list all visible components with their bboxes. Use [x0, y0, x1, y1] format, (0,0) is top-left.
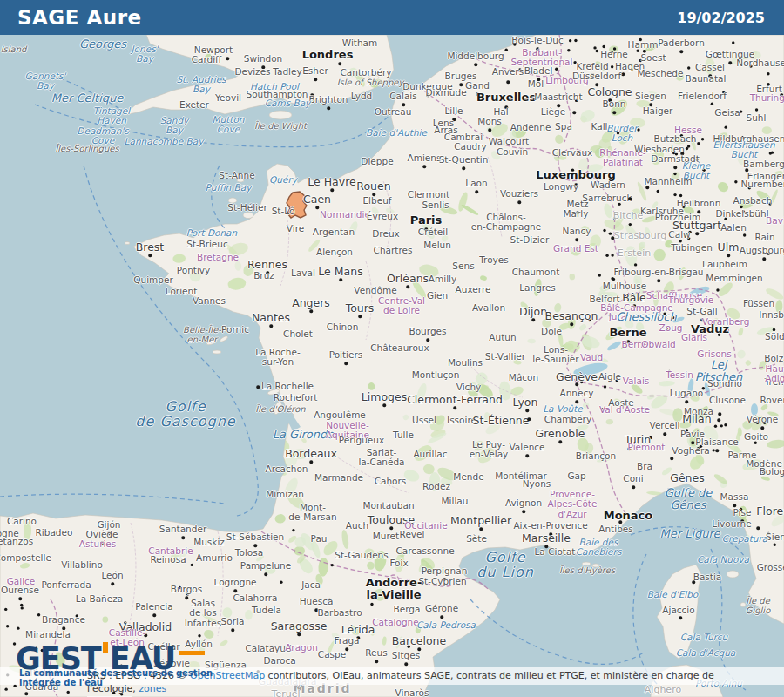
city-dot — [755, 108, 758, 111]
city-dot — [575, 99, 578, 102]
island-jersey — [243, 213, 253, 219]
logo-apostrophe-icon — [103, 642, 108, 653]
city-dot — [716, 288, 719, 291]
city-dot — [605, 92, 607, 95]
city-dot — [616, 379, 618, 382]
city-dot — [611, 254, 613, 256]
island-guernsey — [228, 198, 237, 203]
city-dot — [701, 138, 704, 140]
city-dot — [596, 50, 598, 52]
city-dot — [186, 592, 189, 595]
city-dot — [686, 147, 688, 150]
city-dot — [673, 173, 676, 175]
city-dot — [743, 453, 746, 456]
city-dot — [741, 136, 744, 139]
city-dot — [124, 621, 126, 624]
basemap — [0, 0, 784, 697]
city-dot — [767, 83, 769, 85]
sage-aure-area[interactable] — [287, 192, 307, 218]
city-dot — [505, 49, 508, 51]
city-dot — [725, 125, 727, 128]
city-dot — [768, 202, 771, 205]
city-dot — [124, 629, 126, 632]
city-dot — [649, 436, 652, 439]
island-ouessant — [125, 242, 130, 245]
city-dot — [613, 217, 616, 220]
city-dot — [518, 68, 521, 71]
city-dot — [408, 645, 410, 647]
lake-garde — [751, 403, 758, 416]
city-dot — [611, 105, 613, 107]
sage-map-page: t IslandGeorgesJones' BayNewportCardiffS… — [0, 0, 784, 697]
city-dot — [697, 447, 700, 450]
city-dot — [593, 46, 596, 49]
header-bar: SAGE Aure 19/02/2025 — [0, 0, 784, 35]
city-dot — [643, 50, 645, 52]
header-date: 19/02/2025 — [677, 10, 784, 26]
city-dot — [629, 223, 632, 226]
city-dot — [748, 173, 751, 175]
city-dot — [743, 233, 746, 236]
city-dot — [4, 608, 7, 611]
city-dot — [191, 564, 193, 566]
city-dot — [569, 39, 571, 42]
city-dot — [573, 61, 576, 64]
city-dot — [679, 194, 682, 197]
island-giglio — [740, 603, 746, 607]
city-dot — [555, 68, 558, 71]
forest-patch — [291, 449, 309, 459]
forest-patch — [762, 126, 772, 134]
city-dot — [754, 442, 757, 444]
city-dot — [617, 132, 619, 134]
city-dot — [724, 423, 727, 426]
city-dot — [618, 203, 620, 206]
city-dot — [659, 313, 661, 315]
city-dot — [712, 449, 714, 451]
city-dot — [702, 169, 705, 172]
city-dot — [666, 328, 668, 331]
city-dot — [602, 45, 605, 48]
city-dot — [657, 190, 659, 193]
city-dot — [767, 72, 769, 75]
forest-patch — [653, 249, 665, 261]
city-dot — [637, 128, 639, 131]
city-dot — [714, 424, 717, 427]
city-dot — [771, 151, 774, 153]
city-dot — [571, 168, 574, 171]
city-dot — [697, 142, 700, 145]
city-dot — [639, 59, 642, 62]
city-dot — [732, 41, 734, 44]
city-dot — [748, 186, 751, 189]
city-dot — [702, 387, 705, 389]
city-dot — [722, 91, 725, 93]
city-dot — [534, 51, 537, 54]
city-dot — [21, 606, 24, 609]
island-sheppey — [368, 75, 379, 80]
city-dot — [603, 229, 605, 232]
city-dot — [688, 231, 691, 233]
city-dot — [742, 210, 745, 213]
city-dot — [588, 319, 591, 321]
page-title: SAGE Aure — [0, 6, 142, 29]
city-dot — [6, 625, 9, 627]
island-yeu — [213, 350, 221, 354]
city-dot — [687, 237, 690, 240]
map-canvas[interactable] — [0, 0, 784, 697]
city-dot — [740, 508, 742, 511]
city-dot — [663, 312, 666, 315]
city-dot — [609, 314, 612, 316]
city-dot — [682, 206, 685, 208]
city-dot — [763, 422, 766, 424]
city-dot — [76, 614, 78, 617]
city-dot — [613, 47, 616, 50]
city-dot — [611, 65, 613, 68]
city-dot — [767, 532, 770, 535]
city-dot — [672, 316, 674, 319]
city-dot — [331, 564, 334, 566]
city-dot — [636, 50, 639, 52]
city-dot — [687, 66, 690, 69]
city-dot — [756, 422, 759, 424]
city-dot — [740, 110, 742, 112]
city-dot — [639, 38, 642, 41]
island-hyeres-1 — [582, 562, 591, 565]
